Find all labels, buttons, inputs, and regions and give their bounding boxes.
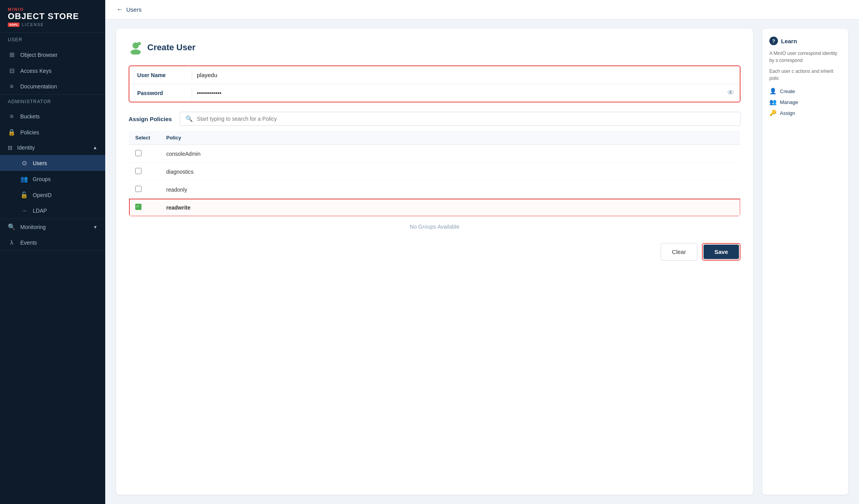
sidebar-item-label: Object Browser (20, 52, 58, 58)
group-icon: 👥 (20, 175, 28, 183)
sidebar-item-events[interactable]: λ Events (0, 235, 105, 250)
right-panel-header: ? Learn (769, 37, 841, 45)
sidebar-item-access-keys[interactable]: ⊟ Access Keys (0, 63, 105, 79)
policy-checkbox-consoleAdmin[interactable] (135, 150, 141, 156)
sidebar-item-buckets[interactable]: ≡ Buckets (0, 109, 105, 124)
create-user-icon: + (129, 41, 143, 55)
sidebar-item-label: Buckets (20, 113, 40, 120)
identity-icon: ⊟ (8, 145, 12, 151)
right-panel-link-manage[interactable]: 👥 Manage (769, 97, 841, 107)
policy-checkbox-readwrite[interactable] (135, 204, 141, 210)
breadcrumb-users[interactable]: Users (126, 6, 141, 13)
policy-search-input[interactable] (197, 116, 735, 122)
sidebar-item-label: Documentation (20, 83, 57, 90)
logo-agpl: AGPL (8, 23, 19, 27)
logo-license-text: LICENSE (22, 23, 44, 27)
right-panel-link-assign[interactable]: 🔑 Assign (769, 107, 841, 118)
user-section-label: User (0, 33, 105, 47)
right-panel-desc2: Each user c actions and inherit polic (769, 68, 841, 82)
create-user-card: + Create User User Name Password 👁 (116, 29, 753, 495)
right-panel-link-label: Create (780, 88, 795, 94)
sidebar-item-label: LDAP (33, 208, 47, 214)
policy-name: diagnostics (160, 163, 741, 181)
toggle-password-icon[interactable]: 👁 (722, 89, 740, 97)
col-select: Select (129, 131, 160, 145)
save-button[interactable]: Save (703, 245, 739, 259)
policy-table-head: Select Policy (129, 131, 741, 145)
password-row: Password 👁 (129, 84, 740, 102)
back-arrow-icon[interactable]: ← (116, 5, 123, 14)
policy-table: Select Policy consoleAdmin diagnostics (129, 130, 741, 217)
policy-name: readwrite (160, 199, 741, 217)
password-input[interactable] (192, 84, 722, 102)
card-header: + Create User (129, 41, 741, 55)
policy-search-box[interactable]: 🔍 (180, 112, 741, 126)
group-icon: 👥 (769, 99, 777, 106)
content-area: + Create User User Name Password 👁 (105, 19, 859, 504)
ldap-icon: → (20, 207, 28, 214)
username-input[interactable] (192, 66, 740, 84)
sidebar-item-users[interactable]: ⊙ Users (0, 155, 105, 171)
logo-title: OBJECT STORE (8, 12, 97, 21)
user-circle-icon: ⊙ (20, 159, 28, 167)
sidebar-item-label: OpenID (33, 192, 51, 198)
table-row: readonly (129, 181, 741, 199)
right-panel-link-label: Manage (780, 99, 798, 105)
clear-button[interactable]: Clear (661, 243, 697, 261)
person-icon: 👤 (769, 88, 777, 95)
sidebar-item-openid[interactable]: 🔓 OpenID (0, 187, 105, 203)
sidebar-item-identity[interactable]: ⊟ Identity ▲ (0, 140, 105, 155)
credentials-group: User Name Password 👁 (129, 65, 741, 102)
openid-icon: 🔓 (20, 191, 28, 199)
sidebar-item-label: Groups (33, 176, 51, 182)
svg-point-1 (131, 49, 141, 55)
key-icon: ⊟ (8, 67, 16, 74)
no-groups-message: No Groups Available (129, 217, 741, 237)
right-panel: ? Learn A MinIO user correspond identity… (762, 29, 848, 495)
sidebar-item-object-browser[interactable]: ⊞ Object Browser (0, 47, 105, 63)
bucket-icon: ≡ (8, 113, 16, 120)
sidebar-item-monitoring[interactable]: 🔍 Monitoring ▼ (0, 219, 105, 235)
sidebar-item-label: Monitoring (20, 224, 46, 230)
username-label: User Name (129, 67, 192, 84)
main-content: ← Users + Create User User Name (105, 0, 859, 504)
table-row-readwrite: readwrite (129, 199, 741, 217)
sidebar-item-policies[interactable]: 🔒 Policies (0, 124, 105, 140)
policy-table-body: consoleAdmin diagnostics readonly (129, 145, 741, 217)
policy-name: readonly (160, 181, 741, 199)
sidebar-logo: MINIO OBJECT STORE AGPL LICENSE (0, 0, 105, 33)
action-buttons: Clear Save (129, 243, 741, 261)
admin-section-label: Administrator (0, 95, 105, 109)
table-row: diagnostics (129, 163, 741, 181)
policy-name: consoleAdmin (160, 145, 741, 163)
password-label: Password (129, 85, 192, 102)
save-button-wrapper: Save (702, 243, 741, 261)
search-icon: 🔍 (8, 223, 16, 231)
policy-checkbox-readonly[interactable] (135, 186, 141, 192)
sidebar-item-label: Events (20, 240, 37, 246)
sidebar-item-label: Access Keys (20, 68, 51, 74)
policy-checkbox-diagnostics[interactable] (135, 168, 141, 174)
admin-section: Administrator ≡ Buckets 🔒 Policies ⊟ Ide… (0, 95, 105, 219)
search-icon: 🔍 (186, 115, 193, 122)
sidebar-item-label: Policies (20, 129, 39, 136)
lock-icon: 🔒 (8, 129, 16, 136)
sidebar-item-ldap[interactable]: → LDAP (0, 203, 105, 219)
policies-section: Assign Policies 🔍 Select Policy (129, 112, 741, 261)
help-icon: ? (769, 37, 778, 45)
sidebar-item-groups[interactable]: 👥 Groups (0, 171, 105, 187)
right-panel-desc1: A MinIO user correspond identity by s co… (769, 50, 841, 64)
svg-text:+: + (138, 42, 140, 46)
sidebar-identity-label: Identity (17, 145, 35, 151)
policies-header: Assign Policies 🔍 (129, 112, 741, 126)
page-title: Create User (147, 42, 196, 53)
top-bar: ← Users (105, 0, 859, 19)
right-panel-link-create[interactable]: 👤 Create (769, 86, 841, 97)
right-panel-title: Learn (781, 38, 797, 44)
sidebar-item-documentation[interactable]: ≡ Documentation (0, 79, 105, 94)
policies-label: Assign Policies (129, 116, 172, 122)
sidebar-item-label: Users (33, 160, 47, 166)
user-section: User ⊞ Object Browser ⊟ Access Keys ≡ Do… (0, 33, 105, 95)
table-row: consoleAdmin (129, 145, 741, 163)
monitoring-section: 🔍 Monitoring ▼ λ Events (0, 219, 105, 251)
